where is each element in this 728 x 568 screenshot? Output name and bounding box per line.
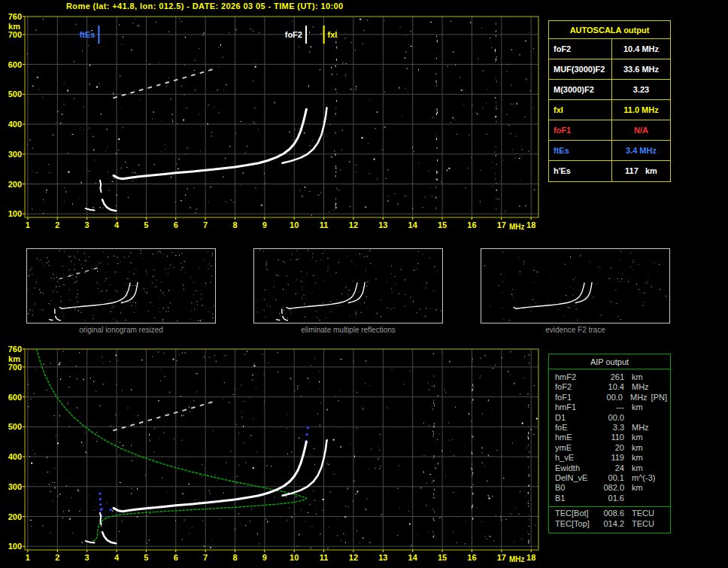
svg-text:7: 7 (203, 220, 208, 229)
svg-text:600: 600 (8, 393, 22, 402)
thumb-original (27, 249, 216, 323)
aip-row-value: --- (597, 402, 624, 412)
f-squiggle (282, 309, 283, 314)
autoscala-row-value: 3.4 MHz (612, 141, 670, 160)
aip-row-note: [PN] (651, 393, 667, 402)
aip-row-label: foF2 (555, 382, 597, 392)
svg-text:16: 16 (467, 553, 476, 562)
aip-row: DelN_vE00.1m^(-3) (555, 473, 667, 483)
aip-row-unit: MHz (632, 382, 649, 392)
autoscala-row: h'Es117 km (549, 161, 670, 181)
autoscala-row: foF210.4 MHz (549, 39, 670, 59)
ionogram-top: 1234567891011121314151617181002003004005… (8, 12, 538, 231)
svg-text:9: 9 (262, 220, 267, 229)
autoscala-row-label: fxI (549, 100, 612, 120)
ionogram-top-border (25, 17, 538, 217)
svg-text:400: 400 (8, 452, 22, 461)
svg-text:11: 11 (320, 220, 329, 229)
svg-text:16: 16 (467, 220, 476, 229)
ionogram-bottom-grid (25, 349, 538, 550)
aip-row-label: B1 (555, 494, 597, 503)
ionogram-bottom-noise (28, 351, 538, 549)
f2-o-trace (114, 109, 306, 179)
aip-row-value: 110 (597, 433, 624, 442)
aip-row: foE3.3MHz (555, 423, 667, 433)
svg-text:2: 2 (55, 220, 59, 229)
svg-text:18: 18 (526, 220, 535, 229)
autoscala-row-label: foF1 (549, 120, 612, 140)
app-root: Rome (lat: +41.8, lon: 012.5) - DATE: 20… (0, 0, 728, 568)
autoscala-row-value: 117 km (612, 161, 670, 181)
autoscala-row-value: 10.4 MHz (612, 39, 670, 59)
svg-text:15: 15 (438, 553, 447, 562)
ionogram-bottom: 1234567891011121314151617181002003004005… (8, 345, 538, 563)
aip-rows: hmF2261kmfoF210.4MHzfoF100.0MHz[PN]hmF1-… (549, 369, 670, 505)
svg-text:12: 12 (349, 220, 358, 229)
svg-text:400: 400 (8, 120, 22, 129)
svg-text:200: 200 (8, 512, 22, 521)
aip-row-label: B0 (555, 483, 597, 493)
aip-row-value: 00.0 (596, 393, 623, 402)
aip-row-value: 00.1 (597, 473, 624, 483)
svg-text:2: 2 (55, 553, 59, 562)
autoscala-row-value: N/A (612, 120, 670, 140)
aip-row-value: 01.6 (597, 494, 624, 503)
ionogram-bottom-ylabel: km (8, 354, 20, 363)
svg-text:5: 5 (144, 220, 148, 229)
aip-row-label: TEC[Top] (555, 519, 597, 529)
ionogram-bottom-xlabel: MHz (509, 555, 525, 563)
autoscala-row: ftEs3.4 MHz (549, 141, 670, 161)
svg-text:700: 700 (8, 363, 22, 372)
aip-row: TEC[Top]014.2TECU (555, 519, 667, 529)
svg-text:4: 4 (114, 553, 120, 562)
svg-text:700: 700 (8, 30, 22, 39)
aip-row-value: 10.4 (597, 382, 624, 392)
autoscala-row-value: 11.0 MHz (612, 100, 670, 120)
aip-row-unit: km (632, 372, 643, 382)
aip-row-unit: TECU (632, 509, 654, 518)
f-squiggle (55, 309, 56, 314)
aip-row: hmF2261km (555, 372, 667, 382)
svg-text:14: 14 (408, 553, 418, 562)
aip-row-value: 3.3 (597, 423, 624, 433)
aip-row-label: ymE (555, 443, 597, 453)
autoscala-rows: foF210.4 MHzMUF(3000)F233.6 MHzM(3000)F2… (549, 39, 670, 181)
aip-row: TEC[Bot]008.6TECU (555, 509, 667, 518)
svg-text:1: 1 (26, 553, 30, 562)
aip-row-value: 119 (597, 453, 624, 463)
aip-row-value: 082.0 (597, 483, 624, 493)
aip-title: AIP output (549, 354, 670, 369)
aip-row-unit: km (632, 463, 643, 473)
aip-row-unit: km (632, 433, 643, 442)
second-reflection (114, 68, 217, 98)
thumb-cleaned (254, 249, 443, 323)
autoscala-row-value: 33.6 MHz (612, 59, 670, 79)
marker-label-foF2: foF2 (285, 30, 302, 39)
aip-row: B0082.0km (555, 483, 667, 493)
ionogram-bottom-border (25, 349, 538, 550)
aip-row: foF210.4MHz (555, 382, 667, 392)
aip-row-label: hmF2 (555, 372, 597, 382)
aip-row-value: 008.6 (597, 509, 624, 518)
aip-row: foF100.0MHz[PN] (555, 393, 667, 402)
autoscala-row-label: h'Es (549, 161, 612, 181)
svg-text:12: 12 (349, 553, 358, 562)
aip-row-unit: MHz (632, 423, 649, 433)
ionogram-top-xlabel: MHz (509, 223, 525, 231)
svg-text:13: 13 (378, 553, 387, 562)
autoscala-row: fxI11.0 MHz (549, 100, 670, 120)
thumb-caption-cleaned: eliminate multiple reflections (253, 326, 443, 334)
aip-row-value: 20 (597, 443, 624, 453)
thumb-f2trace (481, 249, 670, 323)
aip-row-label: hmF1 (555, 402, 597, 412)
svg-text:4: 4 (114, 220, 120, 229)
svg-text:6: 6 (174, 553, 178, 562)
aip-row-unit: km (632, 402, 643, 412)
svg-text:3: 3 (85, 553, 89, 562)
second-reflection (114, 400, 217, 430)
svg-text:14: 14 (408, 220, 418, 229)
svg-text:760: 760 (8, 12, 22, 21)
svg-text:11: 11 (320, 553, 329, 562)
svg-text:5: 5 (144, 553, 148, 562)
aip-row: Ewidth24km (555, 463, 667, 473)
